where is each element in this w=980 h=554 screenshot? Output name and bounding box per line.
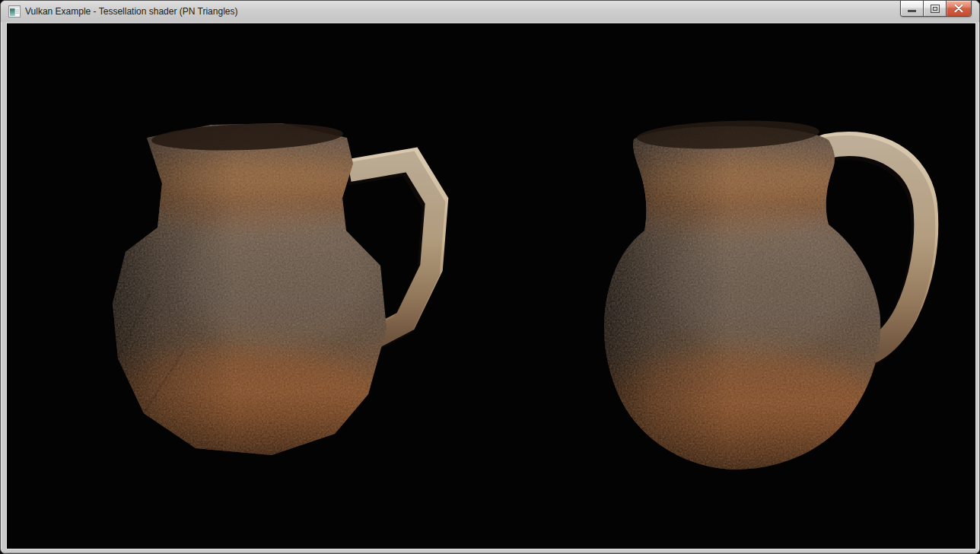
caption-buttons xyxy=(900,1,972,17)
window-title: Vulkan Example - Tessellation shader (PN… xyxy=(25,1,237,22)
maximize-button[interactable] xyxy=(924,1,947,16)
minimize-bar-icon xyxy=(908,10,916,12)
app-window: Vulkan Example - Tessellation shader (PN… xyxy=(0,0,980,554)
maximize-box-icon xyxy=(931,5,940,13)
render-viewport[interactable] xyxy=(7,23,975,549)
minimize-button[interactable] xyxy=(901,1,924,16)
close-button[interactable] xyxy=(947,1,971,16)
close-x-icon xyxy=(954,5,963,12)
clay-jug-right xyxy=(585,107,926,488)
app-icon xyxy=(8,5,21,18)
titlebar[interactable]: Vulkan Example - Tessellation shader (PN… xyxy=(1,1,979,22)
scene-jugs xyxy=(7,24,975,549)
clay-jug-left xyxy=(91,107,437,473)
